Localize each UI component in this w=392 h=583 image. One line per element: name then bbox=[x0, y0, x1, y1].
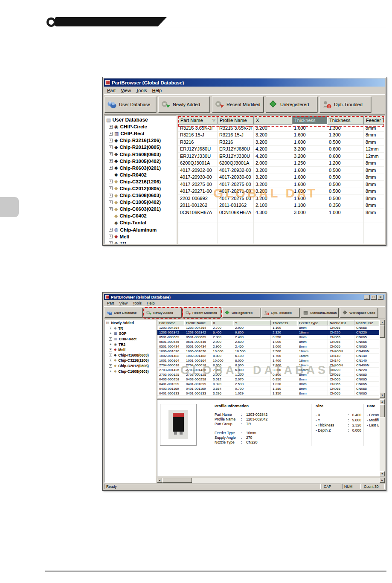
toolbar-button-recent-modified[interactable]: Recent Modified bbox=[212, 96, 264, 113]
column-header-nozzle-id1-6[interactable]: Nozzle ID1 bbox=[328, 320, 354, 325]
tree-item-chip-c1608-0603[interactable]: ◆Chip-C1608(0603) bbox=[105, 368, 155, 374]
toolbar-button-unregistered[interactable]: UnRegistered bbox=[266, 96, 317, 113]
table-row[interactable]: 2011-0012622011-0012622.1001.1000.3508mm bbox=[178, 202, 384, 209]
tree-item-chip-r0603-0201[interactable]: ◆Chip-R0603(0201) bbox=[105, 165, 176, 171]
scroll-thumb[interactable] bbox=[162, 478, 192, 483]
tree-item-chip-rect[interactable]: ▥CHIP-Rect bbox=[105, 336, 155, 342]
toolbar-button-recent-modified[interactable]: Recent Modified bbox=[183, 308, 221, 318]
tree-item-tr[interactable]: ◆TR bbox=[105, 240, 176, 244]
menu-part[interactable]: Part bbox=[105, 87, 118, 93]
table-row[interactable]: 2703-0001252703-0001252.0001.2000.8008mm… bbox=[157, 372, 379, 377]
table-row[interactable]: 0501-0004450501-0004452.9002.5001.0008mm… bbox=[157, 339, 379, 344]
scroll-left-icon[interactable] bbox=[157, 478, 162, 483]
tree-item-chip-tantal[interactable]: ◆Chip-Tantal bbox=[105, 219, 176, 226]
table-row[interactable]: R3216 15-JR3216 15-J3.2001.6001.3008mm bbox=[178, 132, 384, 139]
tree-root[interactable]: ▤User Database bbox=[105, 116, 176, 123]
table-vertical-scrollbar[interactable] bbox=[380, 320, 385, 398]
table-row[interactable]: R3216 3.65K-JiR3216 3.65K-Ji3.2001.6001.… bbox=[178, 125, 384, 132]
toolbar-button-opti-troubled[interactable]: Opti-Troubled bbox=[319, 96, 371, 113]
table-row[interactable]: 2203-0069924017-20275-003.2001.6000.5008… bbox=[178, 195, 384, 202]
tree-item-chip-c3216-1206[interactable]: ◆Chip-C3216(1206) bbox=[105, 178, 176, 185]
column-header-y-3[interactable]: Y bbox=[233, 320, 271, 325]
close-button[interactable]: × bbox=[377, 295, 383, 300]
column-header-x-2[interactable]: X bbox=[254, 116, 292, 125]
expander-icon[interactable] bbox=[109, 152, 113, 156]
scroll-down-icon[interactable] bbox=[380, 471, 385, 476]
tree-item-chip-c0603-0201[interactable]: ◆Chip-C0603(0201) bbox=[105, 206, 176, 212]
expander-icon[interactable] bbox=[109, 337, 112, 341]
column-header-feeder-type-5[interactable]: Feeder Type bbox=[297, 320, 328, 325]
tree-item-tr[interactable]: ◆TR bbox=[105, 326, 155, 331]
table-row[interactable] bbox=[178, 223, 384, 230]
table-row[interactable]: 4017-20275-004017-20275-003.2001.6000.50… bbox=[178, 181, 384, 188]
scroll-thumb[interactable] bbox=[380, 325, 385, 338]
column-header-nozzle-id2-7[interactable]: Nozzle ID2 bbox=[354, 320, 379, 325]
expander-icon[interactable] bbox=[109, 132, 113, 136]
table-row[interactable]: 4017-20271-004017-20271-003.2001.6000.50… bbox=[178, 188, 384, 195]
toolbar-button-unregistered[interactable]: UnRegistered bbox=[222, 308, 260, 318]
toolbar-button-newly-added[interactable]: Newly Added bbox=[158, 96, 210, 113]
tree-item-chip-c3216-1206[interactable]: ◆Chip-C3216(1206) bbox=[105, 358, 155, 363]
tree-item-chip-c2012-0805[interactable]: ◆Chip-C2012(0805) bbox=[105, 363, 155, 369]
menu-part[interactable]: Part bbox=[105, 301, 117, 306]
table-row[interactable]: 0403-0011690401-0011693.5540.7001.3508mm… bbox=[157, 386, 379, 391]
tree-item-chip-c1608-0603[interactable]: ◆Chip-C1608(0603) bbox=[105, 192, 176, 199]
table-row[interactable]: 0501-0006690501-0006692.9002.4000.9508mm… bbox=[157, 335, 379, 339]
tree-item-sop[interactable]: ▦SOP bbox=[105, 331, 155, 336]
table-row[interactable]: 4017-20930-004017-20930-003.2001.6000.50… bbox=[178, 174, 384, 181]
column-header-x-2[interactable]: X bbox=[211, 320, 233, 325]
title-bar[interactable]: PartBrowser (Global Database) _□× bbox=[104, 294, 385, 300]
table-row[interactable] bbox=[178, 230, 384, 238]
expander-icon[interactable] bbox=[109, 348, 112, 351]
tree-item-chip-c0402[interactable]: ◆Chip-C0402 bbox=[105, 212, 176, 219]
menu-view[interactable]: View bbox=[118, 87, 134, 93]
column-header-thickness-3[interactable]: Thickness bbox=[292, 116, 327, 125]
tree-item-chip-r1005-0402[interactable]: ◆Chip-R1005(0402) bbox=[105, 158, 176, 165]
table-row[interactable]: 1203-0043641203-0043642.7002.9001.1008mm… bbox=[157, 325, 379, 330]
scroll-right-icon[interactable] bbox=[380, 478, 385, 483]
title-bar[interactable]: PartBrowser (Global Database) bbox=[104, 78, 385, 87]
tree-item-chip-r3216-1206[interactable]: ◆Chip-R3216(1206) bbox=[105, 137, 176, 144]
column-header-part-name-0[interactable]: Part Name bbox=[157, 320, 184, 325]
table-row[interactable]: ERJ12YJ330UERJ12YJ330U4.2003.2000.60012m… bbox=[178, 153, 384, 160]
expander-icon[interactable] bbox=[109, 370, 112, 373]
tree-item-melf[interactable]: ◆Melf bbox=[105, 347, 155, 353]
column-header-thickness-4[interactable]: Thickness bbox=[327, 116, 364, 125]
expander-icon[interactable] bbox=[109, 200, 113, 204]
expander-icon[interactable] bbox=[109, 125, 113, 129]
expander-icon[interactable] bbox=[109, 354, 112, 357]
table-row[interactable]: 0501-0004340501-0004342.9002.4501.0008mm… bbox=[157, 344, 379, 349]
tree-item-chip-rect[interactable]: ▥CHIP-Rect bbox=[105, 130, 176, 137]
table-row[interactable]: 2703-0014262703-0014267.2006.8003.30016m… bbox=[157, 368, 379, 372]
toolbar-button-standarddatabase[interactable]: StandardDatabase bbox=[301, 308, 339, 318]
expander-icon[interactable] bbox=[109, 235, 113, 238]
scroll-up-icon[interactable] bbox=[380, 399, 385, 404]
tree-item-chip-circle[interactable]: ◉CHIP-Circle bbox=[105, 123, 176, 130]
table-row[interactable]: 1006-0010761006-00107610.00010.5002.5001… bbox=[157, 349, 379, 354]
tree-item-chip-c2012-0805[interactable]: ◆Chip-C2012(0805) bbox=[105, 185, 176, 192]
table-row[interactable]: ERJ12YJ680UERJ12YJ680U4.2003.2000.60012m… bbox=[178, 146, 384, 153]
expander-icon[interactable] bbox=[109, 145, 113, 149]
table-row[interactable]: 6200QJ3001A6200QJ3001A2.0001.2501.2008mm bbox=[178, 160, 384, 167]
table-row[interactable]: 0401-0010990401-0010990.3202.5981.0308mm… bbox=[157, 382, 379, 386]
expander-icon[interactable] bbox=[109, 327, 112, 330]
table-row[interactable]: 1002-0014821002-0014828.8006.1001.70016m… bbox=[157, 354, 379, 358]
tree-item-chip-r1608-0603[interactable]: ◆Chip-R1608(0603) bbox=[105, 353, 155, 358]
scroll-down-icon[interactable] bbox=[380, 393, 385, 398]
toolbar-button-workspace-used[interactable]: Workspace Used bbox=[340, 308, 378, 318]
menu-view[interactable]: View bbox=[117, 301, 130, 306]
tree-root[interactable]: ▤Newly Added bbox=[105, 320, 155, 326]
tree-item-chip-c1005-0402[interactable]: ◆Chip-C1005(0402) bbox=[105, 199, 176, 206]
expander-icon[interactable] bbox=[109, 166, 113, 170]
toolbar-button-user-database[interactable]: User Database bbox=[105, 96, 156, 113]
expander-icon[interactable] bbox=[109, 180, 113, 183]
toolbar-button-user-database[interactable]: User Database bbox=[105, 308, 142, 318]
menu-tools[interactable]: Tools bbox=[130, 301, 144, 306]
table-row[interactable]: 1203-0028421203-0028426.4009.8002.32016m… bbox=[157, 330, 379, 335]
menu-tools[interactable]: Tools bbox=[134, 87, 150, 93]
column-header-profile-name-1[interactable]: Profile Name bbox=[218, 116, 254, 125]
column-header-thickness-4[interactable]: Thickness bbox=[271, 320, 297, 325]
table-row[interactable]: 0401-0001330401-0001333.2961.0291.3508mm… bbox=[157, 391, 379, 396]
scroll-thumb[interactable] bbox=[380, 404, 385, 417]
scroll-track[interactable] bbox=[380, 417, 385, 471]
